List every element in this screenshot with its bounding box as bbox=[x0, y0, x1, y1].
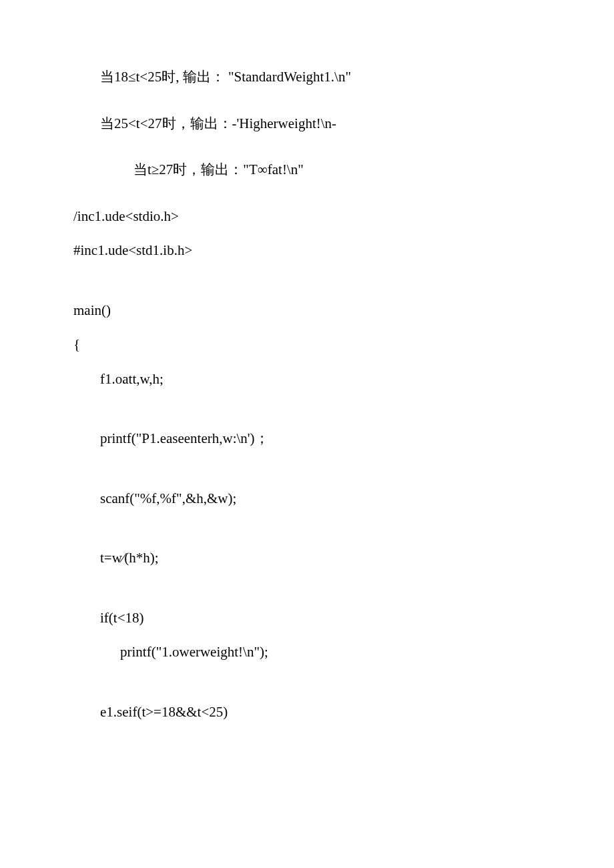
code-line-main: main() bbox=[73, 300, 541, 322]
code-line-elseif: e1.seif(t>=18&&t<25) bbox=[73, 702, 541, 723]
code-line-decl: f1.oatt,w,h; bbox=[73, 369, 541, 390]
text-line-cond2: 当25<t<27时，输出：-'Higherweight!\n- bbox=[73, 113, 541, 135]
code-line-printf2: printf("1.owerweight!\n"); bbox=[73, 642, 541, 663]
code-line-if: if(t<18) bbox=[73, 608, 541, 629]
code-line-scanf: scanf("%f,%f",&h,&w); bbox=[73, 488, 541, 510]
code-line-assign: t=w∕(h*h); bbox=[73, 548, 541, 569]
code-line-include2: #inc1.ude<std1.ib.h> bbox=[73, 240, 541, 262]
text-line-cond3: 当t≥27时，输出："T∞fat!\n" bbox=[73, 159, 541, 181]
text-line-cond1: 当18≤t<25时, 输出： "StandardWeight1.\n" bbox=[73, 67, 541, 88]
code-line-openbrace: { bbox=[73, 334, 541, 356]
code-line-include1: /inc1.ude<stdio.h> bbox=[73, 206, 541, 228]
code-line-printf1: printf("P1.easeenterh,w:\n')； bbox=[73, 428, 541, 450]
